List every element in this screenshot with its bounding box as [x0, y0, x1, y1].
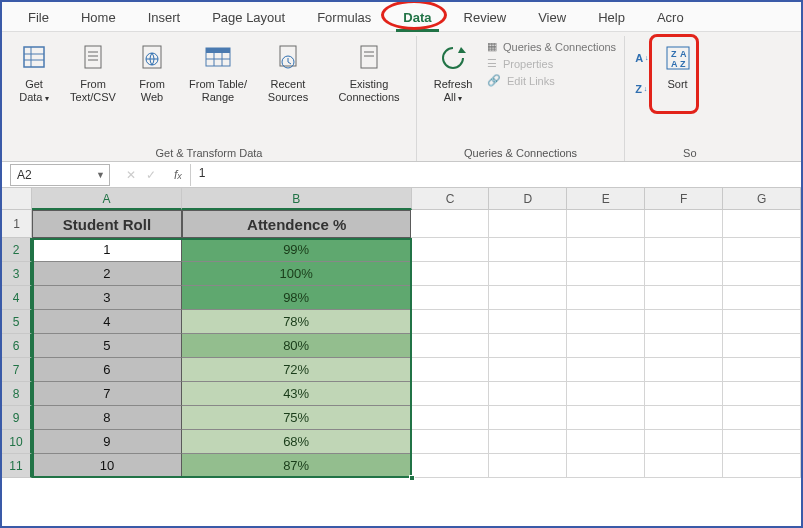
cell-E5[interactable]	[567, 310, 645, 334]
from-table-range-button[interactable]: From Table/ Range	[182, 38, 254, 106]
cell-C1[interactable]	[411, 210, 489, 238]
cell-C11[interactable]	[411, 454, 489, 478]
cell-G2[interactable]	[723, 238, 801, 262]
tab-acrobat[interactable]: Acro	[641, 6, 700, 31]
cell-D10[interactable]	[489, 430, 567, 454]
cell-E8[interactable]	[567, 382, 645, 406]
cell-C7[interactable]	[411, 358, 489, 382]
tab-insert[interactable]: Insert	[132, 6, 197, 31]
cell-A8[interactable]: 7	[32, 382, 182, 406]
cell-F6[interactable]	[645, 334, 723, 358]
tab-data[interactable]: Data	[387, 6, 447, 31]
from-text-csv-button[interactable]: From Text/CSV	[64, 38, 122, 106]
cell-C8[interactable]	[411, 382, 489, 406]
cell-A7[interactable]: 6	[32, 358, 182, 382]
fill-handle[interactable]	[409, 475, 415, 481]
cell-E4[interactable]	[567, 286, 645, 310]
properties-button[interactable]: ☰ Properties	[487, 57, 616, 70]
cell-D8[interactable]	[489, 382, 567, 406]
name-box[interactable]: A2 ▼	[10, 164, 110, 186]
cell-C6[interactable]	[411, 334, 489, 358]
tab-file[interactable]: File	[12, 6, 65, 31]
cell-B10[interactable]: 68%	[182, 430, 412, 454]
cell-C9[interactable]	[411, 406, 489, 430]
sort-descending-button[interactable]: Z↓	[635, 83, 648, 95]
tab-formulas[interactable]: Formulas	[301, 6, 387, 31]
cell-D7[interactable]	[489, 358, 567, 382]
cell-G4[interactable]	[723, 286, 801, 310]
row-header-4[interactable]: 4	[2, 286, 32, 310]
cell-F10[interactable]	[645, 430, 723, 454]
cell-C5[interactable]	[411, 310, 489, 334]
recent-sources-button[interactable]: Recent Sources	[260, 38, 316, 106]
cell-C2[interactable]	[411, 238, 489, 262]
row-header-5[interactable]: 5	[2, 310, 32, 334]
cell-A3[interactable]: 2	[32, 262, 182, 286]
cell-E3[interactable]	[567, 262, 645, 286]
cell-B8[interactable]: 43%	[182, 382, 412, 406]
tab-view[interactable]: View	[522, 6, 582, 31]
cell-B3[interactable]: 100%	[182, 262, 412, 286]
tab-review[interactable]: Review	[448, 6, 523, 31]
col-header-A[interactable]: A	[32, 188, 182, 210]
cell-D5[interactable]	[489, 310, 567, 334]
from-web-button[interactable]: From Web	[128, 38, 176, 106]
tab-home[interactable]: Home	[65, 6, 132, 31]
refresh-all-button[interactable]: Refresh All ▾	[425, 38, 481, 106]
row-header-10[interactable]: 10	[2, 430, 32, 454]
cell-D2[interactable]	[489, 238, 567, 262]
cell-F7[interactable]	[645, 358, 723, 382]
cell-B6[interactable]: 80%	[182, 334, 412, 358]
cell-E7[interactable]	[567, 358, 645, 382]
cell-B2[interactable]: 99%	[182, 238, 412, 262]
cell-A4[interactable]: 3	[32, 286, 182, 310]
sort-ascending-button[interactable]: A↓	[635, 52, 648, 64]
cell-A9[interactable]: 8	[32, 406, 182, 430]
row-header-11[interactable]: 11	[2, 454, 32, 478]
row-header-9[interactable]: 9	[2, 406, 32, 430]
sort-button[interactable]: ZAAZ Sort	[657, 38, 699, 106]
edit-links-button[interactable]: 🔗 Edit Links	[487, 74, 616, 87]
cell-G8[interactable]	[723, 382, 801, 406]
cell-G1[interactable]	[723, 210, 801, 238]
cell-B7[interactable]: 72%	[182, 358, 412, 382]
cell-D1[interactable]	[489, 210, 567, 238]
queries-connections-button[interactable]: ▦ Queries & Connections	[487, 40, 616, 53]
enter-formula-icon[interactable]: ✓	[146, 168, 156, 182]
cell-G6[interactable]	[723, 334, 801, 358]
cell-B1[interactable]: Attendence %	[182, 210, 412, 238]
cell-E2[interactable]	[567, 238, 645, 262]
cell-E1[interactable]	[567, 210, 645, 238]
tab-help[interactable]: Help	[582, 6, 641, 31]
cell-D6[interactable]	[489, 334, 567, 358]
cell-E10[interactable]	[567, 430, 645, 454]
cancel-formula-icon[interactable]: ✕	[126, 168, 136, 182]
row-header-7[interactable]: 7	[2, 358, 32, 382]
fx-icon[interactable]: fx	[166, 168, 190, 182]
cell-B5[interactable]: 78%	[182, 310, 412, 334]
cell-G9[interactable]	[723, 406, 801, 430]
col-header-B[interactable]: B	[182, 188, 412, 210]
cell-F1[interactable]	[645, 210, 723, 238]
cell-F9[interactable]	[645, 406, 723, 430]
cell-D9[interactable]	[489, 406, 567, 430]
col-header-G[interactable]: G	[723, 188, 801, 210]
cell-F4[interactable]	[645, 286, 723, 310]
cell-A10[interactable]: 9	[32, 430, 182, 454]
row-header-3[interactable]: 3	[2, 262, 32, 286]
tab-page-layout[interactable]: Page Layout	[196, 6, 301, 31]
row-header-2[interactable]: 2	[2, 238, 32, 262]
cell-G10[interactable]	[723, 430, 801, 454]
cell-F11[interactable]	[645, 454, 723, 478]
cell-G7[interactable]	[723, 358, 801, 382]
cell-C10[interactable]	[411, 430, 489, 454]
cell-G3[interactable]	[723, 262, 801, 286]
cell-F2[interactable]	[645, 238, 723, 262]
cell-B9[interactable]: 75%	[182, 406, 412, 430]
cell-E9[interactable]	[567, 406, 645, 430]
cell-D11[interactable]	[489, 454, 567, 478]
cell-G5[interactable]	[723, 310, 801, 334]
cell-C3[interactable]	[411, 262, 489, 286]
col-header-F[interactable]: F	[645, 188, 723, 210]
cell-B4[interactable]: 98%	[182, 286, 412, 310]
